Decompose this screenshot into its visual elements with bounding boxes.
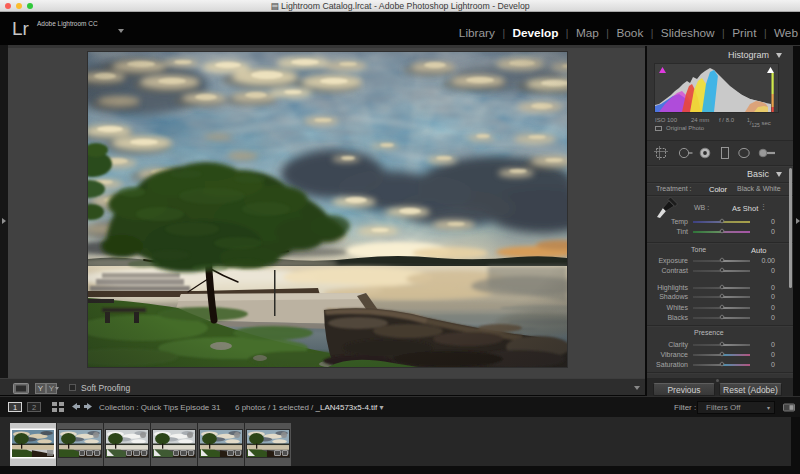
svg-text:Y: Y <box>38 384 44 393</box>
svg-text:Y: Y <box>49 384 55 393</box>
